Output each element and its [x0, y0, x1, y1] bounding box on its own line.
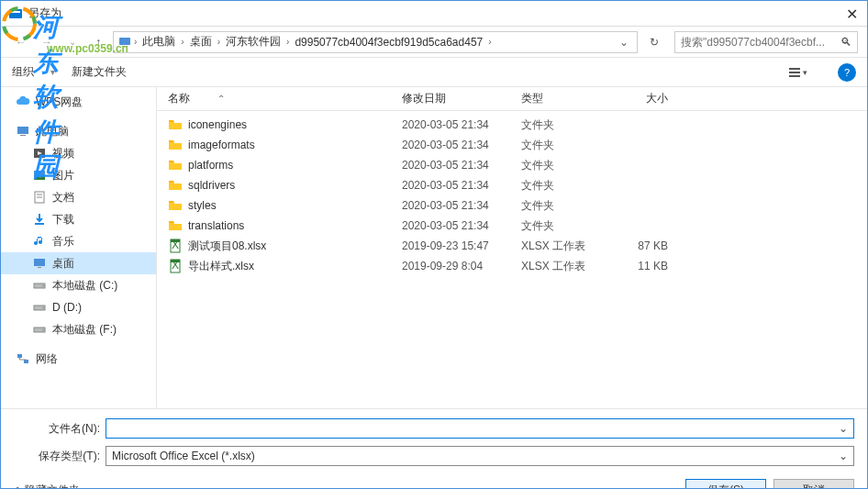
help-button[interactable]: ? — [838, 63, 856, 82]
music-icon — [32, 234, 47, 249]
file-date: 2019-09-29 8:04 — [402, 260, 521, 272]
file-date: 2020-03-05 21:34 — [402, 139, 521, 151]
breadcrumb-item[interactable]: 河东软件园 — [222, 34, 284, 50]
bottom-panel: 文件名(N): ⌄ 保存类型(T): Microsoft Office Exce… — [1, 408, 867, 489]
main-area: WPS网盘此电脑视频图片文档下载音乐桌面本地磁盘 (C:)D (D:)本地磁盘 … — [1, 87, 867, 408]
file-date: 2020-03-05 21:34 — [402, 179, 521, 192]
organize-button[interactable]: 组织 — [12, 64, 34, 80]
file-date: 2020-03-05 21:34 — [402, 219, 521, 232]
chevron-right-icon: › — [286, 37, 289, 47]
file-row[interactable]: styles2020-03-05 21:34文件夹 — [157, 195, 867, 216]
chevron-down-icon[interactable]: ⌄ — [839, 450, 848, 462]
sidebar-item-drive[interactable]: 本地磁盘 (F:) — [1, 318, 156, 340]
chevron-right-icon: › — [134, 37, 137, 47]
drive-icon — [32, 322, 47, 337]
column-type[interactable]: 类型 — [521, 91, 613, 106]
svg-rect-4 — [119, 38, 130, 45]
sidebar-item-picture[interactable]: 图片 — [1, 164, 156, 186]
refresh-button[interactable]: ↻ — [643, 31, 665, 53]
up-button[interactable]: ↑ — [87, 31, 109, 53]
file-name: 导出样式.xlsx — [188, 259, 402, 274]
close-button[interactable]: ✕ — [846, 6, 858, 23]
sidebar-item-desktop[interactable]: 桌面 — [1, 252, 156, 274]
search-box[interactable]: 🔍︎ — [674, 31, 858, 53]
sidebar-item-label: 音乐 — [52, 234, 74, 250]
breadcrumb[interactable]: › 此电脑 › 桌面 › 河东软件园 › d995077cb4004f3ecbf… — [113, 31, 638, 53]
column-name[interactable]: 名称⌃ — [168, 91, 402, 106]
file-name: styles — [188, 199, 402, 212]
svg-rect-10 — [20, 135, 26, 136]
file-row[interactable]: platforms2020-03-05 21:34文件夹 — [157, 155, 867, 175]
file-row[interactable]: X导出样式.xlsx2019-09-29 8:04XLSX 工作表11 KB — [157, 256, 867, 276]
sidebar-item-download[interactable]: 下载 — [1, 208, 156, 230]
file-date: 2020-03-05 21:34 — [402, 199, 521, 212]
save-button[interactable]: 保存(S) — [685, 479, 766, 489]
folder-icon — [168, 117, 183, 132]
breadcrumb-item[interactable]: 桌面 — [186, 34, 216, 50]
titlebar: 另存为 ✕ — [1, 1, 867, 27]
file-row[interactable]: translations2020-03-05 21:34文件夹 — [157, 216, 867, 236]
drive-icon — [32, 300, 47, 315]
file-list: iconengines2020-03-05 21:34文件夹imageforma… — [157, 111, 867, 408]
sidebar-item-network[interactable]: 网络 — [1, 348, 156, 370]
svg-rect-5 — [122, 46, 128, 47]
pc-icon — [16, 124, 30, 139]
app-icon — [8, 6, 23, 21]
sidebar-item-pc[interactable]: 此电脑 — [1, 120, 156, 142]
new-folder-button[interactable]: 新建文件夹 — [72, 64, 127, 80]
chevron-down-icon: ▾ — [50, 67, 55, 77]
sort-indicator: ⌃ — [217, 94, 225, 104]
desktop-icon — [32, 256, 47, 271]
chevron-right-icon: › — [488, 37, 491, 47]
chevron-right-icon: › — [217, 37, 220, 47]
filetype-select[interactable]: Microsoft Office Excel (*.xlsx) ⌄ — [106, 446, 854, 466]
sidebar-item-music[interactable]: 音乐 — [1, 230, 156, 252]
triangle-icon: ⌃ — [14, 485, 21, 490]
file-type: 文件夹 — [521, 218, 613, 234]
breadcrumb-item[interactable]: 此电脑 — [139, 34, 179, 50]
cancel-button[interactable]: 取消 — [773, 479, 854, 489]
sidebar-item-video[interactable]: 视频 — [1, 142, 156, 164]
search-input[interactable] — [681, 36, 837, 49]
file-row[interactable]: sqldrivers2020-03-05 21:34文件夹 — [157, 175, 867, 195]
hide-folders-toggle[interactable]: ⌃ 隐藏文件夹 — [14, 483, 80, 490]
search-icon[interactable]: 🔍︎ — [840, 36, 851, 49]
doc-icon — [32, 190, 47, 205]
file-name: platforms — [188, 159, 402, 172]
sidebar-item-drive[interactable]: D (D:) — [1, 296, 156, 318]
file-row[interactable]: iconengines2020-03-05 21:34文件夹 — [157, 115, 867, 135]
pc-icon — [117, 35, 132, 50]
forward-button[interactable]: → — [36, 31, 58, 53]
sidebar-item-label: 此电脑 — [36, 124, 69, 139]
file-row[interactable]: imageformats2020-03-05 21:34文件夹 — [157, 135, 867, 155]
column-size[interactable]: 大小 — [613, 91, 686, 106]
view-mode-button[interactable]: ▾ — [781, 62, 814, 83]
sidebar-item-drive[interactable]: 本地磁盘 (C:) — [1, 274, 156, 296]
chevron-right-icon: › — [181, 37, 184, 47]
filename-label: 文件名(N): — [14, 421, 106, 437]
file-type: 文件夹 — [521, 178, 613, 194]
xlsx-icon: X — [168, 239, 183, 253]
sidebar-item-label: 视频 — [52, 146, 74, 161]
column-date[interactable]: 修改日期 — [402, 91, 521, 106]
history-dropdown[interactable]: ⌄ — [61, 31, 83, 53]
folder-icon — [168, 198, 183, 213]
sidebar-item-cloud[interactable]: WPS网盘 — [1, 91, 156, 113]
chevron-down-icon[interactable]: ⌄ — [839, 422, 848, 435]
back-button[interactable]: ← — [10, 31, 32, 53]
folder-icon — [168, 218, 183, 233]
file-type: 文件夹 — [521, 117, 613, 133]
breadcrumb-item[interactable]: d995077cb4004f3ecbf919d5ca6ad457 — [291, 36, 486, 49]
navbar: ← → ⌄ ↑ › 此电脑 › 桌面 › 河东软件园 › d995077cb40… — [1, 27, 867, 58]
sidebar-item-label: 网络 — [36, 351, 58, 367]
svg-rect-26 — [17, 354, 22, 358]
svg-point-25 — [42, 329, 44, 331]
sidebar-item-label: 本地磁盘 (C:) — [52, 278, 117, 294]
filename-input[interactable]: ⌄ — [106, 418, 854, 439]
network-icon — [16, 351, 30, 366]
sidebar-item-doc[interactable]: 文档 — [1, 186, 156, 208]
file-size: 11 KB — [613, 260, 686, 272]
download-icon — [32, 212, 47, 227]
path-dropdown[interactable]: ⌄ — [615, 36, 633, 49]
file-row[interactable]: X测试项目08.xlsx2019-09-23 15:47XLSX 工作表87 K… — [157, 236, 867, 256]
